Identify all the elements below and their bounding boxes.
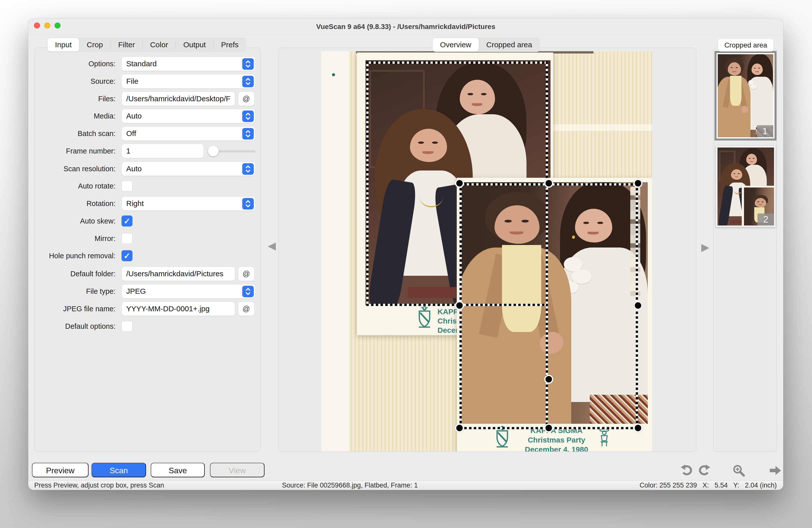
scanner-margin	[321, 51, 349, 452]
form-row: Batch scan: Off	[34, 126, 262, 141]
ink-mark	[332, 73, 335, 76]
form-row: Frame number: 1	[34, 144, 262, 158]
options-value: Standard	[126, 57, 157, 71]
scan-button[interactable]: Scan	[91, 463, 146, 477]
zoom-in-icon[interactable]	[732, 464, 745, 477]
default-options-checkbox[interactable]	[121, 321, 132, 332]
jpeg-file-name-input[interactable]: YYYY-MM-DD-0001+.jpg	[121, 302, 235, 316]
fraternity-crest-icon	[417, 306, 433, 329]
form-row: Auto skew:	[34, 214, 262, 228]
cropped-thumbnail-2[interactable]: 2	[716, 146, 775, 227]
hole-punch-removal-checkbox[interactable]	[121, 250, 132, 261]
photo-print-bottom: KAPPA SIGMA Christmas Party December 4, …	[457, 178, 652, 452]
default-folder-browse-button[interactable]: @	[238, 266, 255, 281]
crop-edge-left[interactable]	[366, 61, 368, 304]
scan-resolution-select[interactable]: Auto	[121, 161, 256, 176]
next-arrow-icon[interactable]	[769, 464, 782, 477]
collapse-right-icon[interactable]: ▶	[701, 241, 709, 253]
crop-handle-bottom-middle[interactable]	[544, 424, 553, 432]
status-color-coords: Color: 255 255 239 X: 5.54 Y: 2.04 (inch…	[639, 481, 777, 490]
window-title: VueScan 9 a64 (9.8.33) - /Users/hamrickd…	[28, 18, 783, 35]
title-bar[interactable]: VueScan 9 a64 (9.8.33) - /Users/hamrickd…	[28, 18, 783, 35]
jpeg-file-name-browse-button[interactable]: @	[238, 302, 255, 316]
photo-shape	[590, 395, 648, 424]
files-input[interactable]: /Users/hamrickdavid/Desktop/F	[121, 91, 235, 106]
preview-tab-bar: Overview Cropped area	[433, 38, 540, 52]
vuescan-window: VueScan 9 a64 (9.8.33) - /Users/hamrickd…	[28, 18, 783, 490]
file-type-select[interactable]: JPEG	[121, 284, 256, 298]
preview-button[interactable]: Preview	[32, 463, 88, 477]
form-row: Default options:	[34, 319, 262, 334]
crop-handle-bottom-right[interactable]	[634, 424, 642, 432]
chevron-up-down-icon	[242, 286, 254, 297]
frame-number-slider-knob[interactable]	[208, 146, 219, 157]
rotation-select[interactable]: Right	[121, 196, 256, 211]
collapse-left-icon[interactable]: ◀	[268, 239, 276, 252]
form-row: File type: JPEG	[34, 284, 262, 298]
source-select[interactable]: File	[121, 74, 256, 88]
rotate-ccw-icon[interactable]	[680, 464, 693, 477]
photo-shape	[502, 245, 541, 332]
desktop: VueScan 9 a64 (9.8.33) - /Users/hamrickd…	[0, 0, 812, 528]
crop-handle-middle-right[interactable]	[634, 301, 642, 310]
auto-skew-checkbox[interactable]	[121, 216, 132, 226]
tab-prefs[interactable]: Prefs	[214, 38, 246, 52]
cropped-thumbnail-1[interactable]: 1	[714, 51, 777, 141]
form-row: Options: Standard	[34, 57, 262, 71]
page-crease	[551, 124, 652, 131]
mirror-checkbox[interactable]	[121, 233, 132, 244]
tab-output[interactable]: Output	[176, 38, 213, 52]
file-type-value: JPEG	[126, 284, 146, 298]
crop-handle-bottom-left[interactable]	[455, 424, 464, 432]
tab-crop[interactable]: Crop	[79, 38, 111, 52]
photo-shape	[408, 287, 456, 298]
deckle-edge	[347, 51, 352, 452]
crop-edge-top[interactable]	[366, 61, 548, 64]
default-folder-input[interactable]: /Users/hamrickdavid/Pictures	[121, 266, 235, 281]
jpeg-file-name-value: YYYY-MM-DD-0001+.jpg	[126, 302, 209, 316]
media-select[interactable]: Auto	[121, 109, 256, 123]
save-button[interactable]: Save	[151, 463, 205, 477]
form-row: Mirror:	[34, 231, 262, 246]
files-label: Files:	[37, 91, 116, 106]
crop-edge-extension[interactable]	[546, 304, 548, 428]
crop-handle-inner[interactable]	[544, 375, 553, 384]
crop-handle-top-right[interactable]	[634, 179, 642, 188]
crop-handle-top-middle[interactable]	[544, 179, 553, 188]
media-label: Media:	[37, 109, 116, 123]
tab-color[interactable]: Color	[143, 38, 175, 52]
tab-cropped-area[interactable]: Cropped area	[479, 38, 539, 52]
frame-number-label: Frame number:	[37, 144, 116, 158]
default-options-label: Default options:	[37, 319, 116, 334]
auto-rotate-label: Auto rotate:	[37, 179, 116, 193]
emulsion-damage	[630, 187, 640, 298]
default-folder-label: Default folder:	[37, 266, 116, 281]
tab-overview[interactable]: Overview	[433, 38, 479, 52]
scan-preview-image[interactable]: KAPP Christ Deceml	[321, 51, 652, 452]
rotation-label: Rotation:	[37, 196, 116, 211]
form-row: Hole punch removal:	[34, 249, 262, 263]
tab-filter[interactable]: Filter	[111, 38, 143, 52]
batch-scan-label: Batch scan:	[37, 126, 116, 141]
cowboy-mascot-icon	[597, 426, 613, 451]
rotate-cw-icon[interactable]	[698, 464, 711, 477]
form-row: Rotation: Right	[34, 196, 262, 211]
batch-scan-select[interactable]: Off	[121, 126, 256, 141]
view-button[interactable]: View	[210, 463, 264, 477]
files-browse-button[interactable]: @	[238, 91, 255, 106]
hole-punch-removal-label: Hole punch removal:	[37, 249, 116, 263]
options-select[interactable]: Standard	[121, 57, 256, 71]
chevron-up-down-icon	[242, 76, 254, 87]
thumbnail-badge: 1	[757, 125, 773, 137]
crop-handle-top-left[interactable]	[455, 179, 464, 188]
auto-rotate-checkbox[interactable]	[121, 180, 132, 191]
tab-input[interactable]: Input	[47, 38, 79, 52]
chevron-up-down-icon	[242, 128, 254, 140]
crop-handle-middle-left[interactable]	[455, 301, 464, 310]
form-row: Source: File	[34, 74, 262, 88]
cropped-area-header[interactable]: Cropped area	[718, 39, 773, 52]
scan-resolution-value: Auto	[126, 162, 142, 176]
photo-shape	[419, 185, 443, 207]
options-label: Options:	[37, 57, 116, 71]
frame-number-input[interactable]: 1	[121, 144, 204, 158]
